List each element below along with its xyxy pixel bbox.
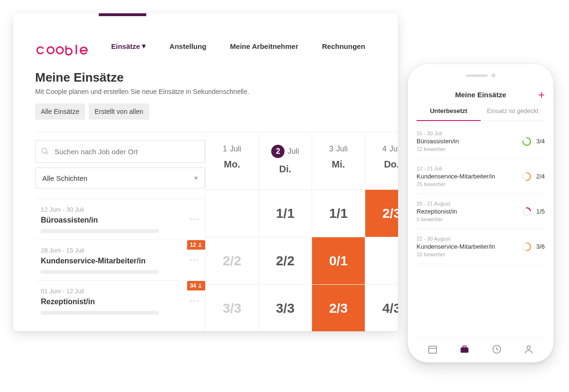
job-dates: 01 Juni - 12 Juli xyxy=(41,288,188,295)
progress-bar xyxy=(41,311,159,315)
nav-active-indicator xyxy=(99,13,146,16)
calendar-column: 4 JuliDo.2/34/3 xyxy=(365,132,398,331)
chevron-down-icon: ▾ xyxy=(142,42,146,50)
phone-list-item[interactable]: 22 - 30 August Kundenservice-Mitarbeiter… xyxy=(417,229,545,264)
svg-rect-14 xyxy=(429,346,437,354)
calendar-weekday: Do. xyxy=(365,159,398,170)
calendar-day[interactable]: 2 Juli xyxy=(259,145,312,158)
staffing-cell[interactable]: 4/3 xyxy=(365,284,398,331)
page-title: Meine Einsätze xyxy=(35,70,398,85)
job-row[interactable]: 12 28 Juni - 15 Juli Kundenservice-Mitar… xyxy=(35,240,205,280)
calendar-day[interactable]: 4 Juli xyxy=(365,145,398,153)
staffing-cell[interactable]: 1/1 xyxy=(259,189,312,237)
nav-arbeitnehmer[interactable]: Meine Arbeitnehmer xyxy=(230,42,298,50)
select-label: Alle Schichten xyxy=(42,174,87,182)
nav-rechnungen[interactable]: Rechnungen xyxy=(322,42,365,50)
svg-point-0 xyxy=(47,47,54,54)
nav-label: Einsätze xyxy=(111,42,140,50)
calendar-columns: 1 JuliMo.2/23/32 JuliDi.1/12/23/33 JuliM… xyxy=(205,132,398,331)
staffing-cell[interactable] xyxy=(206,189,258,237)
staffing-cell[interactable]: 2/2 xyxy=(259,237,312,284)
item-title: Kundenservice-Mitarbeiter/in xyxy=(417,243,495,250)
job-title: Kundenservice-Mitarbeiter/in xyxy=(41,257,188,265)
search-box[interactable] xyxy=(35,140,205,163)
more-icon[interactable]: ⋮ xyxy=(189,256,199,265)
item-count: 3/6 xyxy=(536,243,545,250)
more-icon[interactable]: ⋮ xyxy=(189,215,199,224)
nav-calendar-icon[interactable] xyxy=(427,344,438,355)
chip-erstellt-von-allen[interactable]: Erstellt von allen xyxy=(89,103,149,120)
nav-einsaetze[interactable]: Einsätze ▾ xyxy=(111,42,146,50)
phone-mockup: Meine Einsätze + Unterbesetzt Einsatz is… xyxy=(408,64,554,363)
job-row[interactable]: 12 Juni - 30 Juli Büroassisten/in ⋮ xyxy=(35,199,205,240)
staffing-cell[interactable]: 1/1 xyxy=(312,189,365,237)
brand-logo xyxy=(35,41,97,62)
calendar-grid: Alle Schichten ▾ 12 Juni - 30 Juli Büroa… xyxy=(35,132,398,331)
phone-list-item[interactable]: 15 - 30 Juli Büroassisten/in 12 bewerber… xyxy=(417,124,545,159)
item-count: 1/5 xyxy=(536,208,545,215)
progress-ring-icon xyxy=(522,137,531,146)
progress-ring-icon xyxy=(522,172,531,181)
nav-anstellung[interactable]: Anstellung xyxy=(170,42,207,50)
item-title: Kundenservice-Mitarbeiter/in xyxy=(417,173,495,180)
calendar-column: 3 JuliMi.1/10/12/3 xyxy=(312,132,365,331)
nav-profile-icon[interactable] xyxy=(523,344,534,355)
item-count: 3/4 xyxy=(536,138,545,145)
shift-select[interactable]: Alle Schichten ▾ xyxy=(35,168,205,188)
page-header: Meine Einsätze Mit Coople planen und ers… xyxy=(35,70,398,95)
applicants-badge: 12 xyxy=(187,240,205,250)
phone-list-item[interactable]: 12 - 21 Juli Kundenservice-Mitarbeiter/i… xyxy=(417,159,545,194)
calendar-day[interactable]: 1 Juli xyxy=(206,145,258,153)
staffing-cell[interactable] xyxy=(365,237,398,284)
item-dates: 15 - 30 Juli xyxy=(417,131,459,136)
calendar-weekday: Di. xyxy=(259,164,312,175)
staffing-cell[interactable]: 0/1 xyxy=(312,237,365,284)
phone-list-item[interactable]: 20 - 21 August Rezeptionist/in 5 bewerbe… xyxy=(417,194,545,229)
tab-gedeckt[interactable]: Einsatz ist gedeckt xyxy=(481,107,545,121)
staffing-cell[interactable]: 3/3 xyxy=(206,284,258,331)
svg-rect-16 xyxy=(461,347,469,353)
nav-briefcase-icon[interactable] xyxy=(459,344,470,355)
svg-point-2 xyxy=(42,148,47,153)
staffing-cell[interactable]: 3/3 xyxy=(259,284,312,331)
svg-point-4 xyxy=(199,243,200,244)
desktop-window: Einsätze ▾ Anstellung Meine Arbeitnehmer… xyxy=(13,13,398,331)
calendar-weekday: Mi. xyxy=(312,159,365,170)
svg-line-3 xyxy=(46,152,48,154)
item-applicants: 5 bewerber xyxy=(417,216,457,222)
camera-icon xyxy=(492,74,495,77)
calendar-column: 2 JuliDi.1/12/23/3 xyxy=(258,132,312,331)
item-title: Büroassisten/in xyxy=(417,138,459,145)
nav-clock-icon[interactable] xyxy=(492,344,502,355)
phone-title: Meine Einsätze xyxy=(455,91,506,99)
filter-chips: Alle Einsätze Erstellt von allen xyxy=(35,103,149,120)
search-input[interactable] xyxy=(55,148,205,156)
job-row[interactable]: 34 01 Juni - 12 Juli Rezeptionist/in ⋮ xyxy=(35,280,205,321)
calendar-day[interactable]: 3 Juli xyxy=(312,145,365,153)
item-dates: 12 - 21 Juli xyxy=(417,166,495,171)
staffing-cell[interactable]: 2/2 xyxy=(206,237,258,284)
staffing-cell[interactable]: 2/3 xyxy=(312,284,365,331)
item-dates: 22 - 30 August xyxy=(417,236,495,242)
tab-unterbesetzt[interactable]: Unterbesetzt xyxy=(417,107,481,121)
svg-rect-17 xyxy=(463,346,466,348)
left-column: Alle Schichten ▾ 12 Juni - 30 Juli Büroa… xyxy=(35,132,205,331)
add-button[interactable]: + xyxy=(538,88,545,102)
phone-notch xyxy=(417,74,545,77)
chip-all-einsaetze[interactable]: Alle Einsätze xyxy=(35,103,85,120)
page-subtitle: Mit Coople planen und erstellen Sie neue… xyxy=(35,88,398,95)
item-dates: 20 - 21 August xyxy=(417,201,457,206)
progress-bar xyxy=(41,229,159,233)
svg-point-19 xyxy=(527,346,531,349)
item-applicants: 25 bewerber xyxy=(417,181,495,187)
calendar-column: 1 JuliMo.2/23/3 xyxy=(205,132,258,331)
top-nav: Einsätze ▾ Anstellung Meine Arbeitnehmer… xyxy=(111,42,365,50)
job-dates: 28 Juni - 15 Juli xyxy=(41,247,188,254)
phone-tabs: Unterbesetzt Einsatz ist gedeckt xyxy=(417,107,545,121)
more-icon[interactable]: ⋮ xyxy=(189,297,199,306)
item-applicants: 12 bewerber xyxy=(417,146,459,152)
applicants-badge: 34 xyxy=(187,281,205,290)
staffing-cell[interactable]: 2/3 xyxy=(365,189,398,237)
progress-ring-icon xyxy=(522,207,531,216)
job-title: Rezeptionist/in xyxy=(41,298,188,306)
